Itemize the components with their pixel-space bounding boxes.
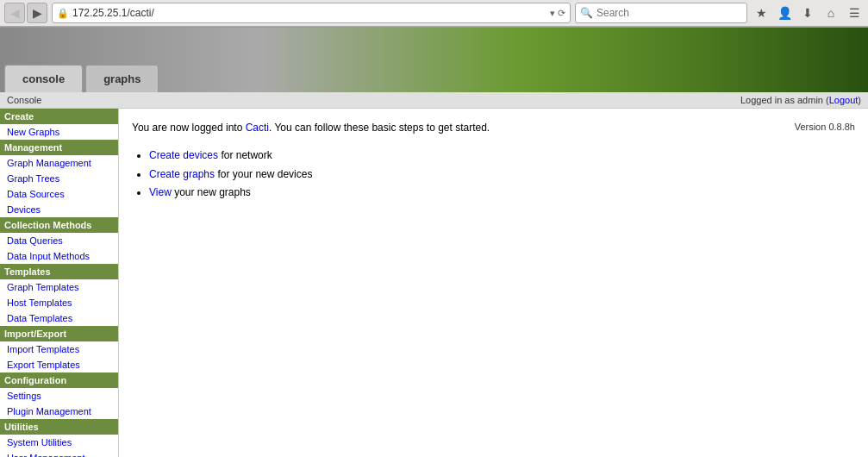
dropdown-icon[interactable]: ▾: [550, 8, 555, 19]
list-item-create-devices: Create devices for network: [149, 147, 855, 166]
refresh-icon[interactable]: ⟳: [558, 8, 565, 19]
browser-toolbar: ◀ ▶ 🔒 ▾ ⟳ 🔍 ★ 👤 ⬇ ⌂ ☰: [0, 0, 868, 27]
section-header-collection-methods: Collection Methods: [0, 217, 118, 233]
sidebar-item-data-templates[interactable]: Data Templates: [0, 310, 118, 326]
sidebar-item-host-templates[interactable]: Host Templates: [0, 295, 118, 310]
section-header-import-export: Import/Export: [0, 326, 118, 341]
version-text: Version 0.8.8h: [795, 122, 855, 132]
create-graphs-link[interactable]: Create graphs: [149, 168, 215, 180]
sidebar-item-graph-management[interactable]: Graph Management: [0, 155, 118, 171]
sidebar-item-system-utilities[interactable]: System Utilities: [0, 435, 118, 450]
section-header-configuration: Configuration: [0, 372, 118, 388]
sidebar-item-data-input-methods[interactable]: Data Input Methods: [0, 248, 118, 264]
info-bar: Console Logged in as admin (Logout): [0, 92, 868, 109]
sidebar-item-data-queries[interactable]: Data Queries: [0, 233, 118, 248]
bookmark-icon[interactable]: ★: [752, 3, 771, 22]
login-info: Logged in as admin (Logout): [740, 95, 861, 105]
address-input[interactable]: [72, 7, 546, 19]
home-icon[interactable]: ⌂: [821, 3, 840, 22]
forward-button[interactable]: ▶: [27, 3, 47, 23]
search-input[interactable]: [596, 7, 742, 19]
download-icon[interactable]: ⬇: [798, 3, 817, 22]
intro-paragraph: You are now logged into Cacti. You can f…: [132, 122, 490, 134]
app-header: console graphs: [0, 28, 868, 92]
section-header-management: Management: [0, 140, 118, 155]
sidebar-item-export-templates[interactable]: Export Templates: [0, 357, 118, 372]
menu-icon[interactable]: ☰: [845, 3, 864, 22]
section-header-templates: Templates: [0, 264, 118, 279]
section-header-utilities: Utilities: [0, 419, 118, 435]
sidebar-item-plugin-management[interactable]: Plugin Management: [0, 404, 118, 419]
view-link[interactable]: View: [149, 186, 172, 198]
browser-action-icons: ★ 👤 ⬇ ⌂ ☰: [752, 3, 864, 22]
tab-console[interactable]: console: [4, 65, 83, 92]
list-item-view: View your new graphs: [149, 184, 855, 203]
content-area: You are now logged into Cacti. You can f…: [119, 109, 868, 457]
search-icon: 🔍: [580, 7, 593, 19]
sidebar-item-devices[interactable]: Devices: [0, 202, 118, 217]
create-devices-text: for network: [221, 149, 272, 161]
sidebar-item-data-sources[interactable]: Data Sources: [0, 186, 118, 202]
list-item-create-graphs: Create graphs for your new devices: [149, 166, 855, 185]
section-header-create: Create: [0, 109, 118, 124]
sidebar-item-new-graphs[interactable]: New Graphs: [0, 124, 118, 140]
address-bar-container: 🔒 ▾ ⟳: [52, 3, 571, 23]
create-graphs-text: for your new devices: [217, 168, 312, 180]
view-text: your new graphs: [174, 186, 251, 198]
sidebar-item-import-templates[interactable]: Import Templates: [0, 341, 118, 357]
address-bar-icons: ▾ ⟳: [550, 8, 565, 19]
console-label: Console: [7, 95, 41, 105]
lock-icon: 🔒: [57, 8, 69, 19]
account-icon[interactable]: 👤: [775, 3, 794, 22]
back-button[interactable]: ◀: [4, 3, 25, 23]
cacti-link[interactable]: Cacti: [246, 122, 269, 134]
sidebar: Create New Graphs Management Graph Manag…: [0, 109, 119, 457]
search-container: 🔍: [575, 3, 747, 23]
sidebar-item-user-management[interactable]: User Management: [0, 450, 118, 457]
tab-graphs[interactable]: graphs: [85, 65, 159, 92]
logout-link[interactable]: Logout: [829, 95, 859, 105]
browser-chrome: ◀ ▶ 🔒 ▾ ⟳ 🔍 ★ 👤 ⬇ ⌂ ☰: [0, 0, 868, 28]
sidebar-item-graph-trees[interactable]: Graph Trees: [0, 171, 118, 186]
sidebar-item-graph-templates[interactable]: Graph Templates: [0, 279, 118, 295]
getting-started-list: Create devices for network Create graphs…: [149, 147, 855, 203]
sidebar-item-settings[interactable]: Settings: [0, 388, 118, 404]
create-devices-link[interactable]: Create devices: [149, 149, 218, 161]
main-layout: Create New Graphs Management Graph Manag…: [0, 109, 868, 457]
top-row: You are now logged into Cacti. You can f…: [132, 122, 855, 147]
nav-buttons: ◀ ▶: [4, 3, 47, 23]
